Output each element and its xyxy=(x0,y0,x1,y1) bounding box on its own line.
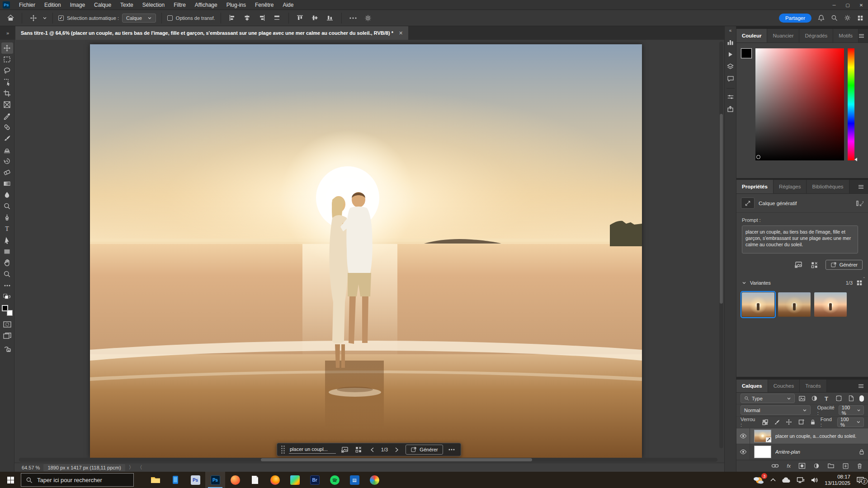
status-chevron-right-icon[interactable]: 〉 xyxy=(129,464,134,471)
dodge-tool[interactable] xyxy=(1,201,13,212)
horizontal-scrollbar-thumb[interactable] xyxy=(261,458,532,461)
volume-icon[interactable] xyxy=(811,477,819,483)
gradient-tool[interactable] xyxy=(1,178,13,189)
tab-couleur[interactable]: Couleur xyxy=(736,29,767,42)
foreground-background-swatches[interactable] xyxy=(2,305,13,316)
document-canvas[interactable] xyxy=(90,44,642,458)
align-bottom-icon[interactable] xyxy=(324,12,336,24)
lock-all-icon[interactable] xyxy=(808,418,817,427)
shape-tool[interactable] xyxy=(1,246,13,257)
opacity-value-box[interactable]: 100 % xyxy=(839,405,864,415)
layer-lock-icon[interactable] xyxy=(859,449,864,455)
brush-tool[interactable] xyxy=(1,133,13,144)
duplicate-properties-icon[interactable] xyxy=(856,200,863,206)
delete-layer-trash-icon[interactable] xyxy=(857,463,863,469)
tab-motifs[interactable]: Motifs xyxy=(833,29,859,42)
align-left-icon[interactable] xyxy=(226,12,238,24)
next-variant-icon[interactable] xyxy=(392,445,401,455)
your-phone-icon[interactable] xyxy=(165,472,185,488)
panel-icon-libraries[interactable] xyxy=(725,61,736,72)
menu-texte[interactable]: Texte xyxy=(116,0,138,9)
network-icon[interactable] xyxy=(797,477,805,483)
prompt-field[interactable]: placer un coupl... xyxy=(289,446,336,454)
generate-button[interactable]: Générer xyxy=(406,445,443,455)
document-tab[interactable]: Sans titre-1 @ 64,6% (placer un couple, … xyxy=(15,26,408,40)
weather-widget-icon[interactable]: 3 xyxy=(753,475,764,485)
auto-select-target-dropdown[interactable]: Calque xyxy=(122,14,156,23)
file-explorer-icon[interactable] xyxy=(146,472,165,488)
menu-image[interactable]: Image xyxy=(66,0,90,9)
blur-tool[interactable] xyxy=(1,189,13,201)
menu-selection[interactable]: Sélection xyxy=(138,0,169,9)
panel-icon-comments[interactable] xyxy=(725,73,736,84)
tab-couches[interactable]: Couches xyxy=(768,380,800,392)
expand-panels-icon[interactable]: « xyxy=(729,28,732,33)
menu-fenetre[interactable]: Fenêtre xyxy=(250,0,278,9)
filter-pixel-layers-icon[interactable] xyxy=(798,394,807,403)
lasso-tool[interactable] xyxy=(1,65,13,76)
menu-fichier[interactable]: Fichier xyxy=(14,0,40,9)
object-selection-tool[interactable] xyxy=(1,76,13,88)
document-dimensions[interactable]: 1890 px x 1417 px (118,11 ppcm) xyxy=(43,464,125,471)
lock-artboard-icon[interactable] xyxy=(797,418,805,427)
lock-position-icon[interactable] xyxy=(784,418,793,427)
layer-thumbnail[interactable] xyxy=(754,446,771,458)
photoshop-icon[interactable]: Ps xyxy=(205,472,225,488)
notepad-document-icon[interactable] xyxy=(245,472,265,488)
notifications-bell-icon[interactable] xyxy=(818,14,825,22)
blend-mode-dropdown[interactable]: Normal xyxy=(741,405,811,415)
panel-icon-adjustments[interactable] xyxy=(725,91,736,102)
filter-type-dropdown[interactable]: Type xyxy=(741,394,795,403)
frame-tool[interactable] xyxy=(1,99,13,110)
workspace-switcher-icon[interactable] xyxy=(857,15,863,21)
fill-value-box[interactable]: 100 % xyxy=(837,418,864,427)
hand-tool[interactable] xyxy=(1,257,13,268)
vertical-scrollbar[interactable] xyxy=(719,42,723,448)
tab-close-icon[interactable]: ✕ xyxy=(399,30,403,36)
start-button[interactable] xyxy=(0,472,21,488)
panel-menu-icon[interactable] xyxy=(858,384,864,389)
auto-select-checkbox[interactable]: ✓ xyxy=(58,15,64,21)
tab-proprietes[interactable]: Propriétés xyxy=(736,180,774,193)
home-icon[interactable] xyxy=(5,12,16,24)
history-brush-tool[interactable] xyxy=(1,155,13,167)
path-selection-tool[interactable] xyxy=(1,235,13,246)
vertical-scrollbar-thumb[interactable] xyxy=(720,114,723,304)
tab-overflow-chevron-icon[interactable]: » xyxy=(0,26,15,40)
panel-icon-export[interactable] xyxy=(725,103,736,114)
photos-app-icon[interactable] xyxy=(285,472,305,488)
align-top-icon[interactable] xyxy=(294,12,306,24)
zoom-tool[interactable] xyxy=(1,268,13,280)
tab-reglages[interactable]: Réglages xyxy=(774,180,807,193)
hue-slider[interactable] xyxy=(848,48,854,160)
notification-center-icon[interactable]: 2 xyxy=(856,476,864,483)
search-icon[interactable] xyxy=(831,14,838,21)
align-center-horizontal-icon[interactable] xyxy=(241,12,253,24)
minimize-button[interactable]: ─ xyxy=(827,0,841,10)
variants-header[interactable]: Variantes 1/3 xyxy=(736,275,868,291)
panel-icon-histogram[interactable] xyxy=(725,37,736,47)
pen-tool[interactable] xyxy=(1,212,13,223)
chevron-down-icon[interactable] xyxy=(42,16,47,20)
align-justify-icon[interactable] xyxy=(271,12,283,24)
new-group-folder-icon[interactable] xyxy=(827,463,835,469)
filter-shape-layers-icon[interactable] xyxy=(834,394,843,403)
reference-image-icon[interactable] xyxy=(793,260,804,270)
variant-thumbnail-2[interactable] xyxy=(778,292,811,317)
variations-grid-icon[interactable] xyxy=(354,445,363,455)
clone-stamp-tool[interactable] xyxy=(1,144,13,155)
panel-icon-actions[interactable] xyxy=(725,49,736,60)
app-icon-orange[interactable] xyxy=(225,472,245,488)
filter-smart-objects-icon[interactable] xyxy=(846,394,855,403)
panel-menu-icon[interactable] xyxy=(858,184,864,189)
transform-controls-checkbox[interactable] xyxy=(167,15,173,21)
status-chevron-left-icon[interactable]: 〈 xyxy=(137,464,142,471)
tab-calques[interactable]: Calques xyxy=(736,380,768,392)
maximize-button[interactable]: ▢ xyxy=(841,0,854,10)
type-tool[interactable]: T xyxy=(1,223,13,235)
layer-name[interactable]: placer un couple, a...coucher du soleil. xyxy=(775,433,864,439)
edit-toolbar-icon[interactable] xyxy=(1,280,13,291)
current-color-swatch[interactable] xyxy=(741,48,752,58)
panel-scroll-up-icon[interactable]: ⌃ xyxy=(862,277,866,281)
zoom-level[interactable]: 64.57 % xyxy=(22,465,40,470)
